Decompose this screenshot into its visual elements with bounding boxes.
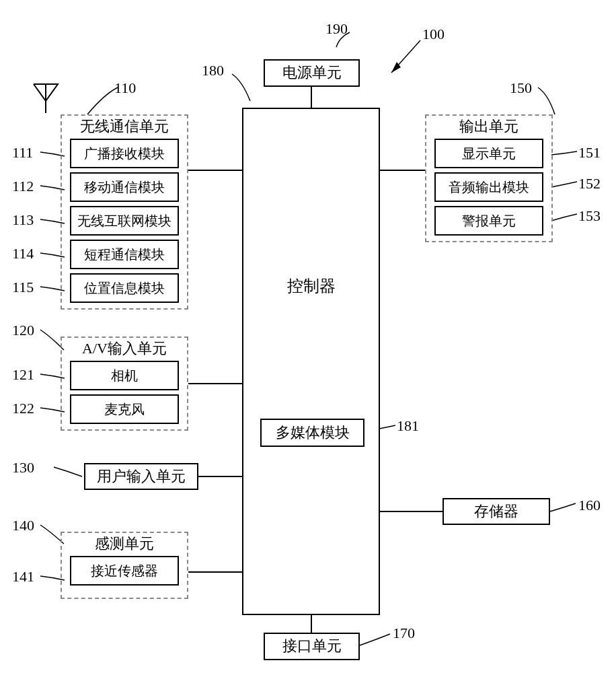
alarm-box: 警报单元 [434, 206, 543, 236]
ref-130: 130 [12, 459, 34, 476]
ref-122: 122 [12, 400, 34, 417]
ref-151: 151 [578, 144, 601, 162]
ref-153: 153 [578, 207, 601, 225]
controller-box: 控制器 多媒体模块 [242, 108, 380, 615]
ref-170: 170 [393, 625, 415, 642]
wireless-unit-title: 无线通信单元 [62, 118, 187, 135]
ref-111: 111 [12, 144, 33, 162]
ref-120: 120 [12, 322, 34, 339]
output-title: 输出单元 [426, 118, 551, 135]
av-input-title: A/V输入单元 [62, 341, 187, 357]
block-diagram: 电源单元 190 100 180 控制器 多媒体模块 181 无线通信单元 广播… [0, 0, 616, 673]
svg-marker-10 [391, 62, 401, 73]
microphone-box: 麦克风 [70, 394, 179, 424]
svg-line-9 [391, 40, 420, 73]
camera-label: 相机 [111, 368, 138, 383]
short-range-label: 短程通信模块 [84, 247, 165, 262]
user-input-label: 用户输入单元 [97, 468, 186, 485]
microphone-label: 麦克风 [104, 402, 145, 417]
mobile-comm-label: 移动通信模块 [84, 180, 165, 194]
broadcast-label: 广播接收模块 [84, 146, 165, 161]
camera-box: 相机 [70, 361, 179, 390]
sensing-group: 感测单元 接近传感器 [61, 532, 188, 599]
audio-out-label: 音频输出模块 [449, 180, 529, 194]
ref-115: 115 [12, 279, 34, 296]
controller-label: 控制器 [287, 277, 336, 295]
sensing-title: 感测单元 [62, 536, 187, 552]
short-range-module-box: 短程通信模块 [70, 240, 179, 269]
ref-140: 140 [12, 517, 34, 534]
audio-out-box: 音频输出模块 [434, 172, 543, 202]
ref-141: 141 [12, 568, 34, 586]
alarm-label: 警报单元 [462, 213, 516, 228]
ref-160: 160 [578, 497, 601, 514]
display-box: 显示单元 [434, 139, 543, 168]
memory-label: 存储器 [474, 503, 518, 520]
multimedia-module-box: 多媒体模块 [260, 419, 364, 447]
proximity-label: 接近传感器 [91, 563, 158, 578]
multimedia-label: 多媒体模块 [276, 425, 350, 441]
ref-181: 181 [397, 417, 419, 435]
ref-114: 114 [12, 245, 34, 262]
mobile-comm-module-box: 移动通信模块 [70, 172, 179, 202]
power-unit-box: 电源单元 [264, 59, 360, 87]
wlan-module-box: 无线互联网模块 [70, 206, 179, 236]
memory-box: 存储器 [442, 498, 550, 525]
wireless-unit-group: 无线通信单元 广播接收模块 移动通信模块 无线互联网模块 短程通信模块 位置信息… [61, 114, 188, 310]
broadcast-module-box: 广播接收模块 [70, 139, 179, 168]
power-unit-label: 电源单元 [282, 65, 342, 81]
position-module-box: 位置信息模块 [70, 273, 179, 303]
display-label: 显示单元 [462, 146, 516, 161]
interface-label: 接口单元 [282, 638, 342, 654]
ref-100: 100 [422, 26, 445, 43]
ref-180: 180 [202, 62, 224, 79]
ref-150: 150 [510, 79, 532, 97]
av-input-group: A/V输入单元 相机 麦克风 [61, 336, 188, 431]
user-input-box: 用户输入单元 [84, 463, 198, 490]
ref-112: 112 [12, 178, 34, 195]
ref-190: 190 [325, 20, 348, 38]
ref-121: 121 [12, 366, 34, 384]
wlan-label: 无线互联网模块 [77, 213, 171, 228]
ref-152: 152 [578, 175, 601, 192]
position-label: 位置信息模块 [84, 281, 165, 295]
output-group: 输出单元 显示单元 音频输出模块 警报单元 [425, 114, 553, 242]
proximity-box: 接近传感器 [70, 556, 179, 586]
ref-113: 113 [12, 211, 34, 229]
ref-110: 110 [114, 79, 136, 97]
interface-box: 接口单元 [264, 633, 360, 660]
